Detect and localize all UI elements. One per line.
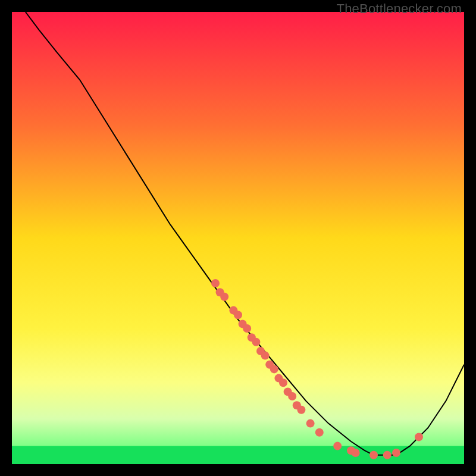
sample-point	[270, 365, 278, 373]
sample-point	[211, 279, 220, 287]
sample-point	[243, 324, 251, 333]
sample-point	[261, 352, 270, 360]
sample-point	[220, 293, 228, 301]
sample-point	[369, 451, 378, 459]
sample-point	[306, 419, 315, 428]
sample-point	[279, 378, 287, 387]
sample-point	[352, 449, 360, 457]
chart-frame	[12, 12, 464, 464]
sample-point	[234, 311, 242, 319]
sample-point	[383, 451, 392, 459]
sample-point	[392, 449, 400, 457]
sample-point	[252, 338, 260, 346]
sample-point	[333, 442, 342, 450]
sample-point	[315, 428, 324, 437]
sample-point	[415, 433, 423, 441]
chart-svg	[12, 12, 464, 464]
sample-point	[297, 406, 305, 414]
sample-point	[288, 392, 296, 400]
